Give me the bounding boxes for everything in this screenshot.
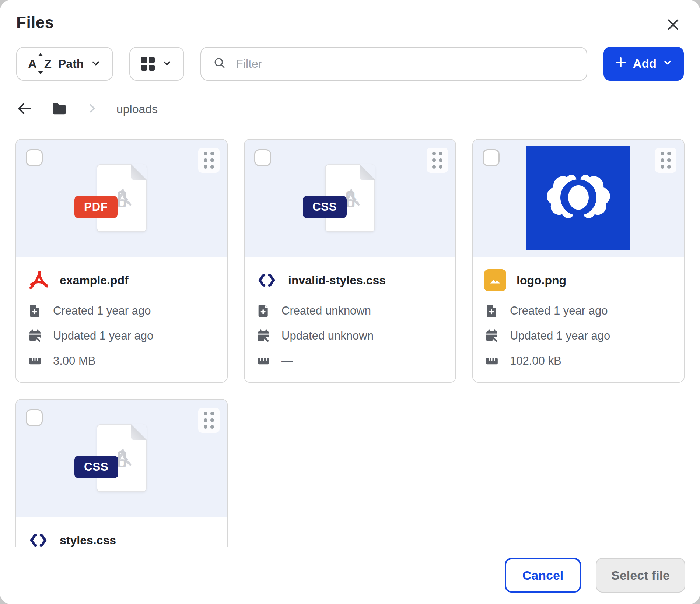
files-scroll-area[interactable]: PDF bbox=[0, 118, 700, 547]
file-updated-text: Updated 1 year ago bbox=[510, 329, 610, 343]
file-updated-text: Updated unknown bbox=[281, 329, 374, 343]
calendar-edit-icon bbox=[256, 328, 271, 344]
file-select-checkbox[interactable] bbox=[26, 409, 43, 426]
file-size-icon bbox=[256, 353, 271, 369]
filter-input[interactable] bbox=[235, 57, 574, 71]
filter-field bbox=[200, 47, 587, 81]
view-mode-button[interactable] bbox=[129, 47, 184, 81]
file-select-checkbox[interactable] bbox=[26, 149, 43, 166]
file-info: logo.png Created 1 year ago Updated 1 ye… bbox=[473, 257, 684, 382]
file-card[interactable]: PDF bbox=[15, 139, 228, 383]
document-preview: PDF bbox=[97, 164, 147, 232]
file-card[interactable]: CSS bbox=[15, 399, 228, 547]
drag-handle-icon[interactable] bbox=[198, 408, 220, 433]
calendar-edit-icon bbox=[484, 328, 500, 344]
document-preview: CSS bbox=[325, 164, 375, 232]
arrow-left-icon bbox=[16, 101, 32, 118]
file-name: example.pdf bbox=[60, 274, 129, 287]
sort-button[interactable]: A Z Path bbox=[16, 47, 113, 81]
file-created-text: Created unknown bbox=[281, 304, 371, 317]
sort-label: Path bbox=[58, 57, 84, 71]
document-preview: CSS bbox=[97, 424, 147, 492]
file-thumbnail: CSS bbox=[16, 400, 227, 517]
drag-handle-icon[interactable] bbox=[198, 148, 220, 173]
file-plus-icon bbox=[27, 303, 43, 319]
pdf-file-icon bbox=[27, 269, 49, 291]
dialog-footer: Cancel Select file bbox=[0, 547, 700, 604]
files-grid: PDF bbox=[15, 139, 685, 547]
breadcrumb: uploads bbox=[16, 100, 684, 118]
grid-view-icon bbox=[141, 57, 155, 71]
chevron-right-icon bbox=[86, 102, 98, 116]
file-info: styles.css bbox=[16, 517, 227, 547]
file-card[interactable]: logo.png Created 1 year ago Updated 1 ye… bbox=[472, 139, 685, 383]
file-created-text: Created 1 year ago bbox=[53, 304, 151, 317]
folder-icon bbox=[51, 100, 68, 118]
add-button[interactable]: Add bbox=[603, 47, 684, 81]
file-card[interactable]: CSS bbox=[244, 139, 456, 383]
css-file-icon bbox=[27, 529, 49, 547]
file-name: styles.css bbox=[60, 534, 116, 547]
close-button[interactable] bbox=[662, 14, 684, 36]
file-info: invalid-styles.css Created unknown Updat… bbox=[245, 257, 455, 382]
file-type-badge: PDF bbox=[74, 196, 118, 218]
file-size-text: 102.00 kB bbox=[510, 354, 561, 368]
file-info: example.pdf Created 1 year ago Updated 1… bbox=[16, 257, 227, 382]
file-thumbnail bbox=[473, 140, 684, 257]
drag-handle-icon[interactable] bbox=[427, 148, 448, 173]
logo-image bbox=[540, 159, 617, 238]
chevron-down-icon bbox=[662, 57, 673, 71]
select-file-button[interactable]: Select file bbox=[596, 558, 685, 593]
file-updated-text: Updated 1 year ago bbox=[53, 329, 153, 343]
file-size-text: — bbox=[281, 354, 293, 368]
chevron-down-icon bbox=[90, 58, 101, 70]
file-size-icon bbox=[484, 353, 500, 369]
calendar-edit-icon bbox=[27, 328, 43, 344]
css-file-icon bbox=[256, 269, 278, 291]
toolbar: A Z Path Add bbox=[16, 47, 684, 81]
dialog-title: Files bbox=[16, 13, 54, 32]
root-folder-button[interactable] bbox=[51, 100, 68, 118]
back-button[interactable] bbox=[16, 101, 32, 118]
file-size-icon bbox=[27, 353, 43, 369]
file-thumbnail: PDF bbox=[16, 140, 227, 257]
image-preview bbox=[526, 146, 630, 250]
file-name: logo.png bbox=[517, 274, 566, 287]
file-plus-icon bbox=[484, 303, 500, 319]
dialog-header: Files bbox=[0, 0, 700, 36]
file-thumbnail: CSS bbox=[245, 140, 455, 257]
image-file-icon bbox=[484, 269, 506, 291]
chevron-down-icon bbox=[161, 58, 172, 70]
file-select-checkbox[interactable] bbox=[254, 149, 271, 166]
sort-az-icon: A Z bbox=[28, 53, 52, 74]
cancel-button[interactable]: Cancel bbox=[505, 558, 581, 593]
file-select-checkbox[interactable] bbox=[483, 149, 500, 166]
close-icon bbox=[665, 28, 681, 34]
breadcrumb-current-folder: uploads bbox=[116, 102, 158, 116]
file-type-badge: CSS bbox=[303, 196, 347, 218]
file-created-text: Created 1 year ago bbox=[510, 304, 608, 317]
file-name: invalid-styles.css bbox=[288, 274, 386, 287]
search-icon bbox=[213, 56, 226, 71]
plus-icon bbox=[615, 56, 627, 71]
drag-handle-icon[interactable] bbox=[655, 148, 676, 173]
file-plus-icon bbox=[256, 303, 271, 319]
add-label: Add bbox=[633, 57, 657, 71]
file-type-badge: CSS bbox=[74, 456, 118, 478]
file-size-text: 3.00 MB bbox=[53, 354, 95, 368]
files-dialog: Files A Z Path bbox=[0, 0, 700, 604]
